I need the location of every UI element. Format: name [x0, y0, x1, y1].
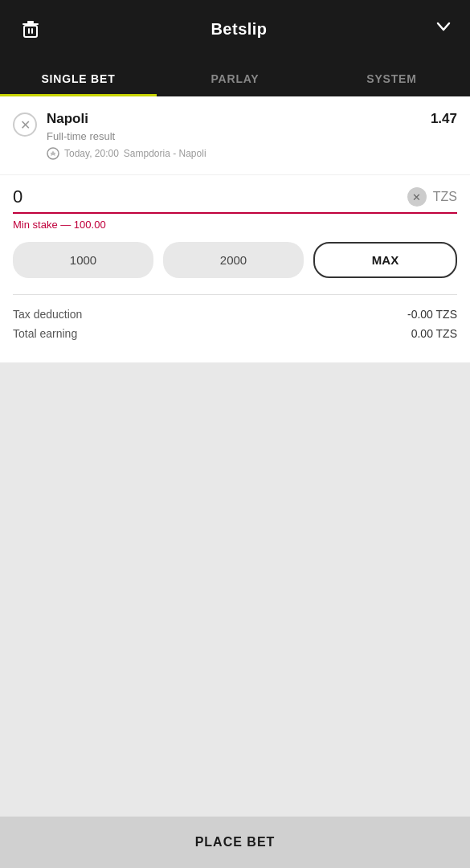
tax-deduction-row: Tax deduction -0.00 TZS: [13, 308, 457, 321]
tax-deduction-label: Tax deduction: [13, 308, 82, 321]
quick-bet-2000[interactable]: 2000: [163, 242, 304, 278]
bet-info: Napoli Full-time result Today, 20:00 Sam…: [47, 111, 423, 160]
bet-content: ✕ Napoli Full-time result Today, 20:00 S…: [0, 96, 470, 362]
betslip-title: Betslip: [210, 20, 267, 39]
quick-bet-1000[interactable]: 1000: [13, 242, 153, 278]
bet-item: ✕ Napoli Full-time result Today, 20:00 S…: [0, 96, 470, 175]
chevron-down-icon[interactable]: [433, 16, 454, 42]
total-earning-label: Total earning: [13, 327, 77, 340]
place-bet-label: PLACE BET: [195, 835, 276, 850]
stake-input[interactable]: [13, 186, 407, 207]
empty-area: [0, 362, 470, 817]
stake-area: ✕ TZS Min stake — 100.00: [0, 175, 470, 231]
tax-deduction-value: -0.00 TZS: [407, 308, 457, 321]
tabs-bar: SINGLE BET PARLAY SYSTEM: [0, 58, 470, 96]
svg-rect-2: [24, 26, 37, 37]
stake-currency: TZS: [433, 190, 457, 204]
tab-system[interactable]: SYSTEM: [313, 58, 470, 96]
svg-rect-1: [27, 21, 34, 23]
place-bet-button[interactable]: PLACE BET: [0, 817, 470, 868]
total-earning-value: 0.00 TZS: [411, 327, 457, 340]
header: Betslip: [0, 0, 470, 58]
tab-parlay[interactable]: PARLAY: [157, 58, 313, 96]
trash-icon[interactable]: [16, 14, 45, 43]
stake-input-row: ✕ TZS: [13, 186, 457, 214]
quick-bet-max[interactable]: MAX: [313, 242, 457, 278]
summary: Tax deduction -0.00 TZS Total earning 0.…: [0, 295, 470, 362]
match-teams: Sampdoria - Napoli: [124, 148, 206, 159]
bet-type: Full-time result: [47, 130, 423, 142]
quick-bets: 1000 2000 MAX: [0, 242, 470, 294]
tab-single-bet[interactable]: SINGLE BET: [0, 58, 157, 96]
min-stake-error: Min stake — 100.00: [13, 219, 457, 231]
bet-odds: 1.47: [431, 111, 457, 127]
soccer-icon: [47, 147, 59, 160]
stake-clear-button[interactable]: ✕: [407, 187, 427, 207]
svg-rect-0: [22, 23, 39, 25]
svg-marker-6: [51, 151, 56, 157]
bet-team: Napoli: [47, 111, 423, 127]
bet-match: Today, 20:00 Sampdoria - Napoli: [47, 147, 423, 160]
match-time: Today, 20:00: [64, 148, 119, 159]
total-earning-row: Total earning 0.00 TZS: [13, 327, 457, 340]
svg-rect-4: [31, 28, 33, 34]
remove-bet-button[interactable]: ✕: [13, 113, 37, 137]
svg-rect-3: [28, 28, 30, 34]
